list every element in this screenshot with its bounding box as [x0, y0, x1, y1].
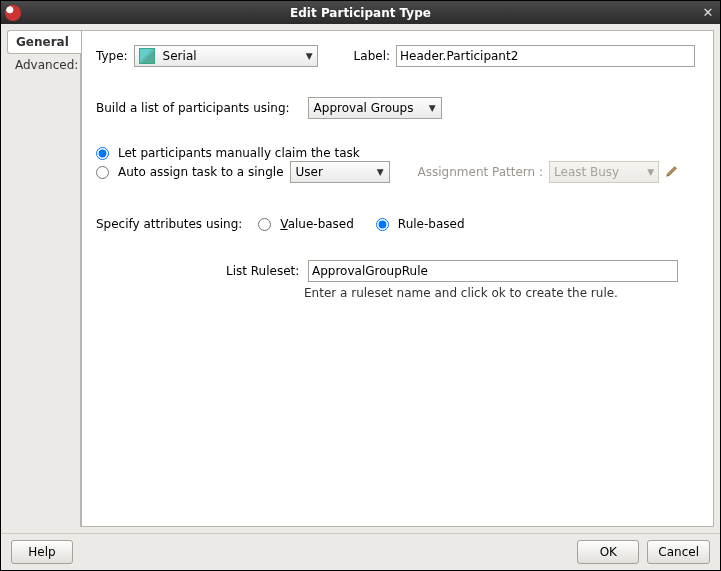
- tab-advanced[interactable]: Advanced:: [7, 54, 80, 76]
- ruleset-label: List Ruleset:: [226, 264, 296, 278]
- assignment-pattern-value: Least Busy: [554, 165, 619, 179]
- chevron-down-icon: ▼: [647, 167, 654, 177]
- ok-button[interactable]: OK: [577, 540, 639, 564]
- claim-option-row[interactable]: Let participants manually claim the task: [96, 146, 695, 160]
- title-bar: Edit Participant Type ✕: [1, 1, 720, 24]
- ruleset-block: List Ruleset: Enter a ruleset name and c…: [226, 260, 695, 300]
- label-input[interactable]: [396, 45, 695, 67]
- value-based-label: Value-based: [280, 217, 354, 231]
- type-label-row: Type: Serial ▼ Label:: [96, 45, 695, 67]
- ruleset-hint: Enter a ruleset name and click ok to cre…: [304, 286, 695, 300]
- chevron-down-icon: ▼: [429, 103, 436, 113]
- rule-based-label: Rule-based: [398, 217, 465, 231]
- serial-type-icon: [139, 48, 155, 64]
- chevron-down-icon: ▼: [306, 51, 313, 61]
- specify-attributes-label: Specify attributes using:: [96, 217, 242, 231]
- assignment-pattern-select: Least Busy ▼: [549, 161, 659, 183]
- dialog-content: General Advanced: Type: Serial ▼ Label: …: [1, 24, 720, 533]
- build-list-row: Build a list of participants using: Appr…: [96, 97, 695, 119]
- type-select-value: Serial: [163, 49, 197, 63]
- auto-target-value: User: [296, 165, 323, 179]
- auto-target-select[interactable]: User ▼: [290, 161, 390, 183]
- value-based-option[interactable]: Value-based: [258, 217, 354, 231]
- window-title: Edit Participant Type: [21, 6, 700, 20]
- type-select[interactable]: Serial ▼: [134, 45, 318, 67]
- general-panel: Type: Serial ▼ Label: Build a list of pa…: [81, 30, 714, 527]
- specify-attributes-row: Specify attributes using: Value-based Ru…: [96, 216, 695, 232]
- auto-option-row[interactable]: Auto assign task to a single User ▼ Assi…: [96, 161, 695, 183]
- value-based-radio[interactable]: [258, 218, 271, 231]
- build-list-select[interactable]: Approval Groups ▼: [308, 97, 442, 119]
- dialog-footer: Help OK Cancel: [1, 533, 720, 570]
- rule-based-option[interactable]: Rule-based: [376, 217, 465, 231]
- build-list-label: Build a list of participants using:: [96, 101, 290, 115]
- build-list-value: Approval Groups: [314, 101, 414, 115]
- type-label: Type:: [96, 49, 128, 63]
- sidebar: General Advanced:: [7, 30, 81, 527]
- rule-based-radio[interactable]: [376, 218, 389, 231]
- claim-radio[interactable]: [96, 147, 109, 160]
- auto-radio-label: Auto assign task to a single: [118, 165, 284, 179]
- label-label: Label:: [354, 49, 390, 63]
- claim-radio-label: Let participants manually claim the task: [118, 146, 360, 160]
- tab-general[interactable]: General: [7, 30, 81, 54]
- help-button[interactable]: Help: [11, 540, 73, 564]
- auto-radio[interactable]: [96, 166, 109, 179]
- ruleset-input[interactable]: [308, 260, 678, 282]
- pencil-icon[interactable]: [665, 164, 679, 181]
- chevron-down-icon: ▼: [377, 167, 384, 177]
- assignment-radios: Let participants manually claim the task…: [96, 145, 695, 184]
- app-icon: [5, 5, 21, 21]
- close-icon[interactable]: ✕: [700, 5, 716, 21]
- cancel-button[interactable]: Cancel: [647, 540, 710, 564]
- assignment-pattern-label: Assignment Pattern :: [418, 165, 544, 179]
